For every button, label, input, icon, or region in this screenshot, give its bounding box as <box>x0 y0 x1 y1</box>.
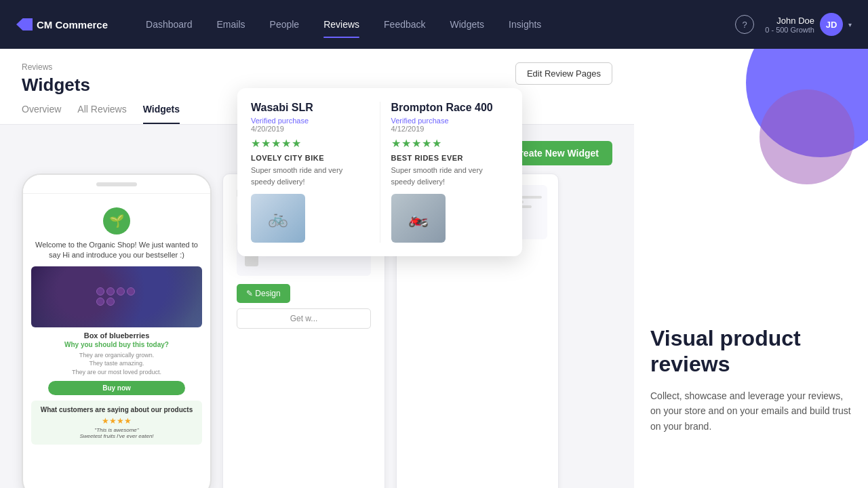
phone-notch-bar <box>96 182 137 186</box>
review-1-body: Super smooth ride and very speedy delive… <box>251 165 369 187</box>
berry-circles <box>96 287 137 306</box>
nav-link-feedback[interactable]: Feedback <box>373 14 436 35</box>
mini-text-group-2 <box>261 259 363 261</box>
shop-logo-icon: 🌱 <box>103 207 130 235</box>
berry-4 <box>127 287 135 296</box>
get-widget-button[interactable]: Get w... <box>237 308 371 329</box>
review-card-1: Wasabi SLR Verified purchase 4/20/2019 ★… <box>251 102 380 243</box>
phone-widget-preview: 🌱 Welcome to the Organic Shop! We just w… <box>22 174 212 488</box>
user-menu[interactable]: John Doe 0 - 500 Growth JD ▾ <box>765 13 852 36</box>
nav-link-emails[interactable]: Emails <box>206 14 256 35</box>
nav-links: Dashboard Emails People Reviews Feedback… <box>135 14 735 35</box>
review-2-headline: BEST RIDES EVER <box>391 154 509 162</box>
review-1-product-image: 🚲 <box>251 194 305 243</box>
tab-all-reviews[interactable]: All Reviews <box>77 104 126 124</box>
phone-review-text: "This is awesome" <box>37 427 197 433</box>
review-card-2: Brompton Race 400 Verified purchase 4/12… <box>391 102 509 243</box>
help-button[interactable]: ? <box>735 15 754 34</box>
nav-logo-text: CM Commerce <box>37 19 108 30</box>
review-1-product-name: Wasabi SLR <box>251 102 369 114</box>
nav-link-insights[interactable]: Insights <box>498 14 552 35</box>
tab-overview[interactable]: Overview <box>22 104 61 124</box>
phone-notch <box>23 175 210 194</box>
cm-commerce-icon <box>16 18 33 30</box>
phone-content: 🌱 Welcome to the Organic Shop! We just w… <box>23 194 210 453</box>
shop-welcome-text: Welcome to the Organic Shop! We just wan… <box>31 240 202 261</box>
berry-2 <box>106 287 115 296</box>
review-1-verified: Verified purchase <box>251 117 369 125</box>
visual-title: Visual product reviews <box>650 325 852 378</box>
nav-link-widgets[interactable]: Widgets <box>439 14 496 35</box>
nav-link-people[interactable]: People <box>259 14 311 35</box>
purple-blob-2 <box>760 89 854 184</box>
berry-1 <box>96 287 104 296</box>
desc-2: They taste amazing. <box>89 360 144 367</box>
review-overlay: Wasabi SLR Verified purchase 4/20/2019 ★… <box>237 88 522 256</box>
title-group: Reviews Widgets <box>22 62 90 96</box>
berry-5 <box>96 298 104 306</box>
breadcrumb: Reviews <box>22 62 90 72</box>
product-why: Why you should buy this today? <box>31 341 202 348</box>
customers-saying-title: What customers are saying about our prod… <box>37 406 197 413</box>
user-chevron-icon: ▾ <box>848 21 852 28</box>
product-name: Box of blueberries <box>31 331 202 340</box>
review-1-date: 4/20/2019 <box>251 125 369 133</box>
review-2-product-image: 🏍️ <box>391 194 446 243</box>
visual-desc: Collect, showcase and leverage your revi… <box>650 388 852 434</box>
edit-review-pages-button[interactable]: Edit Review Pages <box>515 62 612 85</box>
user-plan: 0 - 500 Growth <box>765 26 814 34</box>
page-title: Widgets <box>22 75 90 96</box>
product-image <box>31 266 202 327</box>
review-2-stars: ★★★★★ <box>391 137 509 150</box>
berry-3 <box>117 287 125 296</box>
product-desc: They are organically grown. They taste a… <box>31 351 202 377</box>
desc-1: They are organically grown. <box>79 352 155 359</box>
phone-review-stars: ★★★★ <box>37 416 197 426</box>
tab-widgets[interactable]: Widgets <box>143 104 180 124</box>
berries-image <box>31 266 202 327</box>
buy-now-button[interactable]: Buy now <box>48 381 185 395</box>
review-2-verified: Verified purchase <box>391 117 509 125</box>
user-info: John Doe 0 - 500 Growth <box>765 16 814 34</box>
desc-3: They are our most loved product. <box>72 369 161 375</box>
review-1-headline: LOVELY CITY BIKE <box>251 154 369 162</box>
review-2-product-name: Brompton Race 400 <box>391 102 509 114</box>
design-button[interactable]: ✎ Design <box>237 284 290 303</box>
navbar: CM Commerce Dashboard Emails People Revi… <box>0 0 868 49</box>
user-name: John Doe <box>765 16 814 26</box>
customers-saying-section: What customers are saying about our prod… <box>31 401 202 445</box>
review-2-date: 4/12/2019 <box>391 125 509 133</box>
phone-review-sub: Sweetest fruits I've ever eaten! <box>37 433 197 439</box>
review-1-stars: ★★★★★ <box>251 137 369 150</box>
nav-link-reviews[interactable]: Reviews <box>313 14 370 35</box>
right-panel-text: Visual product reviews Collect, showcase… <box>650 325 852 434</box>
review-2-body: Super smooth ride and very speedy delive… <box>391 165 509 187</box>
right-panel: Visual product reviews Collect, showcase… <box>634 49 868 488</box>
nav-right: ? John Doe 0 - 500 Growth JD ▾ <box>735 13 852 36</box>
nav-logo[interactable]: CM Commerce <box>16 18 108 30</box>
nav-link-dashboard[interactable]: Dashboard <box>135 14 203 35</box>
berry-6 <box>106 298 115 306</box>
user-avatar: JD <box>820 13 843 36</box>
